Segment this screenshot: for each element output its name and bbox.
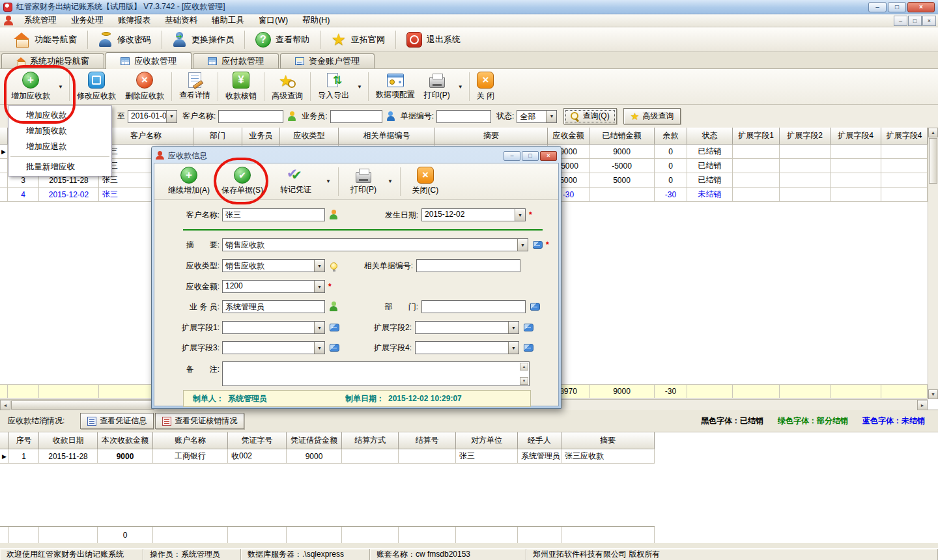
data-config-button[interactable]: 数据项配置 (371, 73, 419, 101)
continue-add-button[interactable]: + 继续增加(A) (162, 167, 216, 196)
header-cell[interactable]: 凭证字号 (228, 432, 287, 449)
dialog-title-bar[interactable]: 应收款信息 – □ × (154, 148, 559, 163)
salesman-input[interactable]: 系统管理员 (222, 300, 325, 313)
mdi-restore-button[interactable]: □ (908, 16, 922, 26)
book-picker-icon[interactable] (330, 324, 339, 331)
writeoff-button[interactable]: ¥ 收款核销 (221, 71, 261, 102)
menu-base-data[interactable]: 基础资料 (158, 14, 205, 27)
header-cell[interactable]: 扩展字段2 (780, 128, 831, 145)
bulb-icon[interactable] (330, 262, 337, 270)
header-cell[interactable]: 扩展字段4 (831, 128, 881, 145)
header-cell[interactable]: 结算方式 (342, 432, 399, 449)
scroll-right-icon[interactable]: ► (917, 400, 928, 410)
type-combo[interactable]: 销售应收款 ▼ (222, 259, 325, 272)
chevron-down-icon[interactable]: ▼ (166, 111, 177, 122)
view-detail-button[interactable]: 查看详情 (175, 72, 215, 102)
nav-window-button[interactable]: 功能导航窗 (5, 31, 85, 49)
website-button[interactable]: ★ 亚拓官网 (322, 30, 393, 49)
header-cell[interactable]: 序号 (9, 432, 39, 449)
chevron-down-icon[interactable]: ▼ (515, 209, 525, 221)
exit-button[interactable]: 退出系统 (398, 30, 469, 49)
related-doc-input[interactable] (416, 259, 520, 272)
header-cell[interactable]: 凭证借贷金额 (287, 432, 342, 449)
delete-receivable-button[interactable]: × 删除应收款 (121, 71, 169, 102)
chevron-down-icon[interactable]: ▼ (314, 342, 324, 354)
scroll-left-icon[interactable]: ◄ (0, 400, 10, 410)
close-tab-button[interactable]: × 关 闭 (472, 71, 499, 102)
chevron-down-icon[interactable]: ▼ (314, 260, 324, 272)
ext2-combo[interactable]: ▼ (415, 321, 519, 334)
tab-receivables[interactable]: 应收款管理 (106, 52, 192, 69)
modify-receivable-button[interactable]: 修改应收款 (72, 71, 121, 102)
occur-date-combo[interactable]: 2015-12-02 ▼ (421, 208, 526, 221)
menu-business[interactable]: 业务处理 (64, 14, 111, 27)
mdi-close-button[interactable]: × (922, 16, 936, 26)
header-cell[interactable]: 账户名称 (153, 432, 228, 449)
menu-tools[interactable]: 辅助工具 (205, 14, 251, 27)
header-cell[interactable]: 经手人 (518, 432, 561, 449)
ext4-combo[interactable]: ▼ (415, 341, 519, 354)
menu-item-add-prereceipt[interactable]: 增加预收款 (8, 123, 111, 139)
tab-accounts[interactable]: 资金账户管理 (280, 53, 375, 68)
view-writeoff-button[interactable]: 查看凭证核销情况 (155, 413, 244, 429)
advanced-query-bar-button[interactable]: ★ 高级查询 (623, 108, 681, 124)
docno-filter-input[interactable] (436, 110, 491, 123)
transfer-voucher-button[interactable]: ✔✔ 转记凭证 (269, 167, 322, 195)
menu-help[interactable]: 帮助(H) (295, 14, 337, 27)
import-export-dropdown-arrow-icon[interactable]: ▼ (354, 84, 365, 90)
transfer-dropdown-arrow-icon[interactable]: ▼ (322, 178, 334, 184)
view-voucher-button[interactable]: 查看凭证信息 (80, 413, 154, 429)
header-cell[interactable]: 本次收款金额 (98, 432, 153, 449)
scroll-up-icon[interactable]: ▲ (928, 128, 938, 137)
mdi-minimize-button[interactable]: – (894, 16, 907, 26)
customer-picker-icon[interactable] (329, 210, 338, 220)
header-cell[interactable]: 收款日期 (39, 432, 98, 449)
ext1-combo[interactable]: ▼ (222, 321, 325, 334)
chevron-down-icon[interactable]: ▼ (508, 322, 519, 333)
chevron-down-icon[interactable]: ▼ (517, 239, 528, 251)
scroll-down-icon[interactable]: ▼ (520, 377, 528, 385)
menu-system[interactable]: 系统管理 (17, 14, 64, 27)
menu-reports[interactable]: 账簿报表 (111, 14, 158, 27)
amount-combo[interactable]: 1200 ▼ (222, 280, 325, 293)
close-button[interactable]: × (907, 2, 935, 12)
maximize-button[interactable]: □ (888, 2, 906, 12)
table-row[interactable]: ▶ 1 2015-11-28 9000 工商银行 收002 9000 张三 系统… (0, 449, 938, 464)
header-cell[interactable]: 状态 (687, 128, 733, 145)
print-button[interactable]: 打印(P) (419, 72, 455, 102)
dialog-print-button[interactable]: 打印(P) (343, 168, 384, 195)
header-cell[interactable]: 摘要 (561, 432, 655, 449)
header-cell[interactable]: 对方单位 (456, 432, 518, 449)
header-cell[interactable]: 结算号 (399, 432, 456, 449)
switch-operator-button[interactable]: 更换操作员 (164, 30, 242, 49)
dialog-maximize-button[interactable]: □ (522, 151, 539, 161)
query-button[interactable]: 查询(Q) (563, 108, 616, 124)
dialog-close-button[interactable]: × (540, 151, 557, 161)
header-cell[interactable]: 相关单据编号 (339, 128, 435, 145)
help-button[interactable]: ? 查看帮助 (247, 30, 318, 49)
salesman-picker-icon[interactable] (329, 301, 338, 312)
salesman-filter-input[interactable] (330, 110, 382, 123)
change-password-button[interactable]: 修改密码 (90, 30, 160, 49)
book-picker-icon[interactable] (533, 241, 543, 249)
header-cell[interactable]: 摘要 (435, 128, 548, 145)
ext3-combo[interactable]: ▼ (222, 341, 325, 354)
dept-input[interactable] (421, 300, 526, 313)
chevron-down-icon[interactable]: ▼ (314, 322, 324, 333)
note-textarea[interactable]: ▲ ▼ (222, 361, 530, 386)
dialog-close-action-button[interactable]: × 关闭(C) (405, 167, 446, 196)
book-picker-icon[interactable] (524, 324, 533, 331)
header-cell[interactable]: 应收金额 (548, 128, 590, 145)
salesman-picker-icon[interactable] (386, 111, 395, 122)
summary-combo[interactable]: 销售应收款 ▼ (222, 238, 528, 251)
tab-payables[interactable]: 应付款管理 (193, 53, 279, 68)
dialog-minimize-button[interactable]: – (504, 151, 520, 161)
customer-input[interactable]: 张三 (222, 208, 325, 221)
header-cell[interactable]: 应收类型 (280, 128, 339, 145)
header-cell[interactable]: 扩展字段1 (733, 128, 780, 145)
header-cell[interactable]: 业务员 (242, 128, 280, 145)
import-export-button[interactable]: 导入导出 (313, 72, 354, 102)
book-picker-icon[interactable] (330, 344, 339, 352)
menu-item-batch-add[interactable]: 批量新增应收 (8, 159, 111, 175)
advanced-query-button[interactable]: ★ 高级查询 (267, 71, 307, 102)
